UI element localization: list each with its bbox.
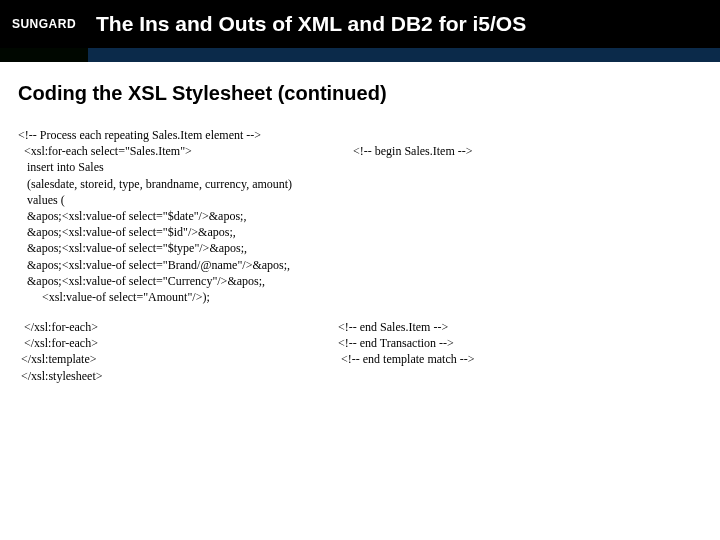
code-values-open: values ( <box>18 192 702 208</box>
code-value-brand: &apos;<xsl:value-of select="Brand/@name"… <box>18 257 702 273</box>
code-end-salesitem-left: </xsl:for-each> <box>18 319 338 335</box>
code-end-salesitem-right: <!-- end Sales.Item --> <box>338 319 448 335</box>
code-value-id: &apos;<xsl:value-of select="$id"/>&apos;… <box>18 224 702 240</box>
code-value-amount: <xsl:value-of select="Amount"/>); <box>18 289 702 305</box>
code-value-type: &apos;<xsl:value-of select="$type"/>&apo… <box>18 240 702 256</box>
code-end-stylesheet: </xsl:stylesheet> <box>18 368 702 384</box>
code-end-stylesheet-left: </xsl:stylesheet> <box>18 368 338 384</box>
code-foreach-line: <xsl:for-each select="Sales.Item"> <!-- … <box>18 143 702 159</box>
code-comment-top: <!-- Process each repeating Sales.Item e… <box>18 127 702 143</box>
code-value-currency: &apos;<xsl:value-of select="Currency"/>&… <box>18 273 702 289</box>
slide-content: Coding the XSL Stylesheet (continued) <!… <box>0 62 720 384</box>
header-accent-band <box>0 48 720 62</box>
code-end-salesitem: </xsl:for-each> <!-- end Sales.Item --> <box>18 319 702 335</box>
brand-logo: SUNGARD <box>0 0 88 48</box>
brand-logo-text: SUNGARD <box>12 17 76 31</box>
header-bar: SUNGARD The Ins and Outs of XML and DB2 … <box>0 0 720 48</box>
code-block: <!-- Process each repeating Sales.Item e… <box>18 127 702 384</box>
code-end-template-right: <!-- end template match --> <box>338 351 474 367</box>
code-end-transaction-right: <!-- end Transaction --> <box>338 335 454 351</box>
accent-navy <box>88 48 720 62</box>
code-end-template: </xsl:template> <!-- end template match … <box>18 351 702 367</box>
code-columns: (salesdate, storeid, type, brandname, cu… <box>18 176 702 192</box>
code-end-template-left: </xsl:template> <box>18 351 338 367</box>
title-wrap: The Ins and Outs of XML and DB2 for i5/O… <box>88 0 720 48</box>
section-title: Coding the XSL Stylesheet (continued) <box>18 82 702 105</box>
code-foreach-left: <xsl:for-each select="Sales.Item"> <box>18 143 353 159</box>
code-foreach-right-comment: <!-- begin Sales.Item --> <box>353 143 473 159</box>
accent-dark <box>0 48 88 62</box>
code-end-transaction-left: </xsl:for-each> <box>18 335 338 351</box>
code-insert: insert into Sales <box>18 159 702 175</box>
code-gap <box>18 305 702 319</box>
code-end-transaction: </xsl:for-each> <!-- end Transaction --> <box>18 335 702 351</box>
code-value-date: &apos;<xsl:value-of select="$date"/>&apo… <box>18 208 702 224</box>
page-title: The Ins and Outs of XML and DB2 for i5/O… <box>96 12 526 36</box>
